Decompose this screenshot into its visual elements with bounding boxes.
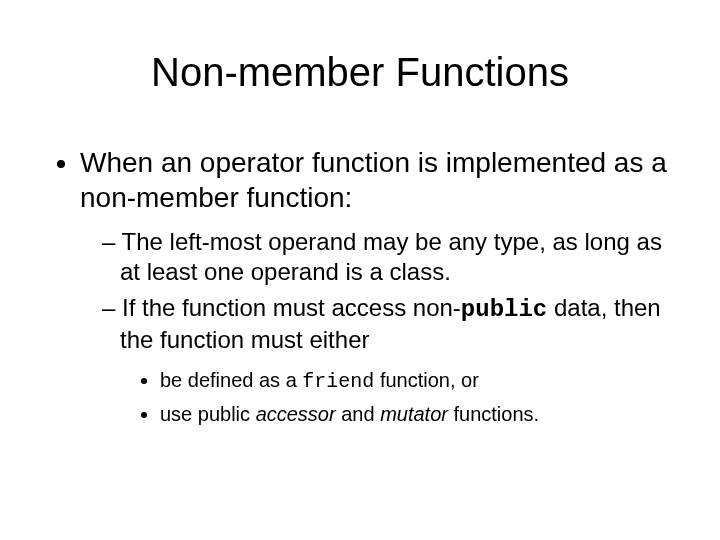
bullet-list-level2: The left-most operand may be any type, a… bbox=[80, 227, 670, 429]
bullet-text: and bbox=[336, 403, 380, 425]
slide-title: Non-member Functions bbox=[50, 50, 670, 95]
list-item: The left-most operand may be any type, a… bbox=[102, 227, 670, 287]
bullet-text: If the function must access non- bbox=[122, 294, 461, 321]
bullet-list-level1: When an operator function is implemented… bbox=[50, 145, 670, 429]
italic-text: accessor bbox=[256, 403, 336, 425]
list-item: be defined as a friend function, or bbox=[160, 365, 670, 397]
bullet-text: When an operator function is implemented… bbox=[80, 147, 667, 213]
italic-text: mutator bbox=[380, 403, 448, 425]
list-item: use public accessor and mutator function… bbox=[160, 399, 670, 429]
bullet-text: functions. bbox=[448, 403, 539, 425]
bullet-list-level3: be defined as a friend function, or use … bbox=[120, 365, 670, 429]
code-text: public bbox=[461, 296, 547, 323]
code-text: friend bbox=[302, 370, 374, 393]
list-item: When an operator function is implemented… bbox=[80, 145, 670, 429]
bullet-text: be defined as a bbox=[160, 369, 302, 391]
bullet-text: The left-most operand may be any type, a… bbox=[120, 228, 662, 285]
bullet-text: use public bbox=[160, 403, 256, 425]
list-item: If the function must access non-public d… bbox=[102, 293, 670, 429]
bullet-text: function, or bbox=[374, 369, 479, 391]
slide: Non-member Functions When an operator fu… bbox=[0, 0, 720, 540]
